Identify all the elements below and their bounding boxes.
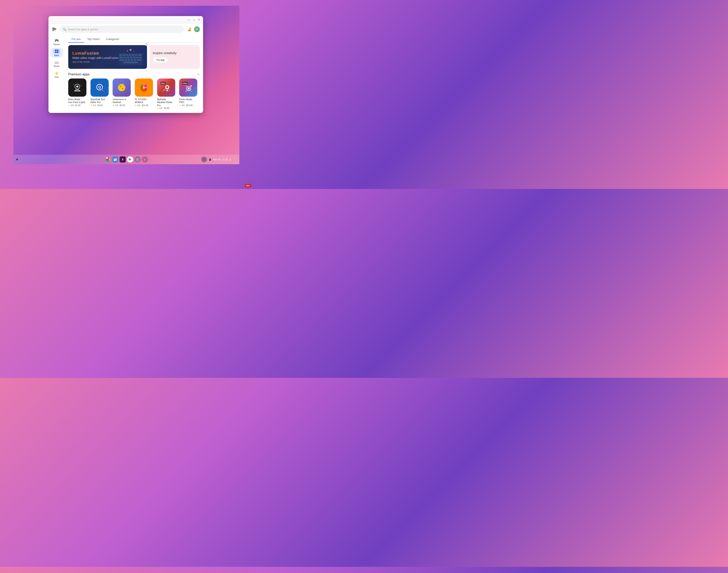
svg-rect-8 (129, 54, 131, 56)
svg-text:PRO: PRO (183, 83, 187, 85)
sidebar: 🎮 Games Apps (48, 35, 65, 113)
tabs-bar: For you Top charts Categories (68, 35, 200, 43)
universe-icon-svg (115, 82, 128, 94)
play-store-window: — □ ✕ 🔍 Search for apps & games (48, 16, 203, 113)
svg-rect-25 (123, 62, 138, 63)
photo-studio-icon-svg: PRO (182, 82, 194, 94)
taskbar-camera-indicator (16, 159, 18, 160)
svg-rect-9 (132, 54, 134, 56)
tab-top-charts[interactable]: Top charts (84, 36, 103, 43)
user-avatar[interactable]: U (194, 27, 200, 32)
taskbar-other-app[interactable]: ✓ (142, 156, 148, 163)
svg-point-27 (130, 49, 132, 51)
main-content: For you Top charts Categories LumaFusion… (65, 35, 203, 113)
app-card-retro-mode[interactable]: Retro Mode - Icon Pack (Light) ★ 3.8 · $… (68, 79, 89, 109)
fl-studio-name: FL STUDIO MOBILE (135, 98, 153, 104)
taskbar-status: 👤 📱 Mar 30 12:10 ▲ 🔋 (201, 157, 236, 162)
sidebar-item-kids[interactable]: ⭐ Kids (50, 69, 63, 80)
fl-studio-rating: ★ 3.8 · $14.99 (135, 104, 148, 107)
svg-rect-7 (126, 54, 128, 56)
sidebar-item-apps[interactable]: Apps (50, 48, 63, 58)
play-store-logo (52, 27, 57, 32)
taskbar-avatar[interactable]: 👤 (201, 157, 207, 162)
status-icons: 📱 (209, 158, 211, 161)
maximize-button[interactable]: □ (192, 18, 196, 21)
svg-point-55 (166, 86, 168, 88)
kids-icon: ⭐ (53, 71, 60, 75)
svg-rect-13 (124, 57, 126, 58)
banner-text-area: LumaFusion Make video magic with LumaFus… (68, 48, 123, 66)
svg-rect-0 (55, 50, 56, 51)
tab-categories[interactable]: Categories (103, 36, 123, 43)
app-card-universe[interactable]: Universe in a Nutshell ★ 4.9 · $2.99 (112, 79, 133, 109)
books-icon: 📖 (53, 60, 60, 65)
taskbar-play-store[interactable] (127, 156, 133, 163)
notifications-button[interactable]: 🔔 (187, 27, 192, 32)
fl-studio-icon-svg (138, 82, 150, 94)
photo-studio-name: Photo Studio PRO (179, 98, 197, 104)
xda-watermark: XDA (245, 184, 251, 187)
banner-subtitle: App of the month (72, 61, 118, 63)
app-card-fl-studio[interactable]: FL STUDIO MOBILE ★ 3.8 · $14.99 (135, 79, 155, 109)
status-time: 12:10 (222, 158, 228, 161)
svg-rect-22 (131, 59, 133, 61)
svg-point-42 (124, 86, 125, 87)
svg-point-51 (143, 86, 145, 89)
svg-point-38 (118, 84, 125, 91)
notification-dot (190, 27, 192, 29)
sidebar-label-kids: Kids (55, 76, 58, 78)
featured-row: LumaFusion Make video magic with LumaFus… (68, 45, 200, 69)
svg-rect-15 (130, 57, 132, 58)
myradar-rating: ★ 4.5 · $3.99 (157, 107, 169, 109)
inspire-creativity-card[interactable]: Inspire creativity Try app (149, 45, 200, 69)
svg-rect-1 (57, 50, 58, 51)
slack-icon: # (122, 158, 124, 161)
app-header: 🔍 Search for apps & games 🔔 U (48, 23, 203, 35)
universe-icon (112, 79, 131, 97)
games-icon: 🎮 (53, 38, 60, 43)
tab-for-you[interactable]: For you (68, 36, 84, 43)
svg-point-32 (74, 84, 74, 85)
app-card-photo-studio[interactable]: PRO (179, 79, 200, 109)
myradar-name: MyRadar Weather Radar Pro (157, 98, 175, 107)
premium-apps-arrow[interactable]: → (196, 72, 200, 76)
svg-point-43 (123, 90, 124, 91)
search-bar[interactable]: 🔍 Search for apps & games (60, 25, 184, 33)
sidebar-item-games[interactable]: 🎮 Games (50, 37, 63, 47)
status-date: Mar 30 (213, 158, 220, 161)
svg-text:Q: Q (98, 86, 101, 89)
svg-point-44 (119, 85, 120, 86)
svg-point-33 (81, 85, 82, 86)
app-card-quickedit[interactable]: Q QuickEdit Text Editor Pro ★ 4.2 · $3.9… (91, 79, 111, 109)
inspire-title: Inspire creativity (153, 51, 177, 55)
quickedit-rating: ★ 4.2 · $3.99 (91, 104, 103, 107)
minimize-button[interactable]: — (187, 18, 191, 21)
sidebar-label-games: Games (53, 43, 60, 46)
taskbar-files[interactable]: 📁 (112, 156, 118, 163)
svg-rect-10 (135, 54, 137, 56)
svg-point-41 (119, 88, 119, 89)
retro-star: ★ (68, 104, 70, 107)
svg-point-60 (188, 88, 190, 90)
quickedit-name: QuickEdit Text Editor Pro (91, 98, 109, 104)
taskbar-settings[interactable]: ⚙️ (135, 156, 141, 163)
lumafusion-banner[interactable]: LumaFusion Make video magic with LumaFus… (68, 45, 147, 69)
universe-rating: ★ 4.9 · $2.99 (112, 104, 125, 107)
close-button[interactable]: ✕ (197, 18, 201, 21)
svg-rect-31 (74, 91, 81, 91)
universe-name: Universe in a Nutshell (112, 98, 131, 104)
laptop-frame: — □ ✕ 🔍 Search for apps & games (0, 0, 253, 189)
search-placeholder: Search for apps & games (68, 28, 98, 31)
premium-apps-title: Premium apps (68, 72, 90, 76)
svg-rect-2 (55, 52, 56, 53)
photo-studio-rating: ★ 4.5 · $19.99 (179, 104, 193, 107)
taskbar-slack[interactable]: # (119, 156, 126, 163)
try-app-button[interactable]: Try app (153, 57, 168, 63)
svg-point-63 (185, 91, 187, 92)
settings-icon: ⚙️ (136, 158, 140, 162)
sidebar-item-books[interactable]: 📖 Books (50, 58, 63, 69)
svg-point-28 (133, 51, 134, 52)
sidebar-label-apps: Apps (54, 54, 59, 56)
taskbar-chrome[interactable] (105, 156, 111, 163)
app-card-myradar[interactable]: PRO MyRadar Weather R (157, 79, 178, 109)
